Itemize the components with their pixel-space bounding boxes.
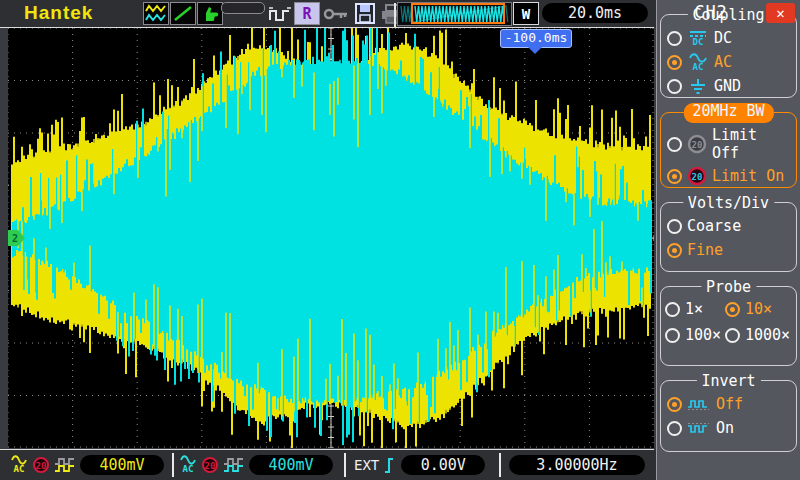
svg-text:20: 20 — [692, 172, 703, 182]
menu-title: CH2 — [656, 2, 766, 22]
option-coarse[interactable]: Coarse — [667, 216, 792, 236]
svg-text:20: 20 — [205, 461, 216, 471]
option-fine[interactable]: Fine — [667, 240, 792, 260]
radio-icon — [665, 302, 680, 317]
brand-logo: Hantek — [24, 2, 93, 24]
option-label: AC — [714, 53, 732, 71]
close-icon: ✕ — [776, 5, 784, 21]
dual-wave-icon — [145, 4, 167, 23]
pulse-mode-button[interactable] — [267, 2, 293, 25]
option-ac[interactable]: ACAC — [667, 52, 792, 72]
ch2-scale-readout: 400mV — [249, 455, 333, 475]
frequency-counter-readout: 3.00000Hz — [509, 455, 645, 475]
wave-inverted-icon — [687, 422, 711, 435]
ch2-trace — [13, 28, 651, 445]
option-label: Fine — [687, 241, 723, 259]
radio-icon — [667, 243, 682, 258]
preview-waveform-icon — [398, 3, 511, 25]
radio-icon — [667, 421, 682, 436]
waveform-screen: 2 -100.0ms — [8, 28, 654, 448]
svg-text:AC: AC — [693, 62, 704, 72]
radio-icon — [667, 55, 682, 70]
section-title: 20MHz BW — [683, 103, 773, 123]
ch1-bw-limit-icon: 20 — [32, 456, 50, 474]
option-10-[interactable]: 10× — [725, 299, 794, 319]
toolbar-divider — [394, 3, 396, 27]
section-volts-div: Volts/DivCoarseFine — [660, 202, 797, 272]
bw20-red-icon: 20 — [687, 166, 707, 186]
radio-icon — [667, 169, 682, 184]
option-off[interactable]: Off — [667, 394, 792, 414]
ch2-status-group: AC 20 400mV — [179, 453, 333, 477]
section-title: Volts/Div — [683, 194, 774, 212]
ch2-ac-coupling-icon: AC — [179, 455, 197, 475]
ch2-bw-limit-icon: 20 — [201, 456, 219, 474]
option-label: DC — [714, 29, 732, 47]
trigger-position-pointer-icon — [528, 47, 542, 54]
pulse-icon — [268, 4, 292, 24]
trigger-level-readout: 0.00V — [401, 455, 485, 475]
svg-text:20: 20 — [36, 461, 47, 471]
option-1-[interactable]: 1× — [665, 299, 725, 319]
option-limit-on[interactable]: 20Limit On — [667, 166, 792, 186]
option-label: 100× — [685, 326, 721, 344]
channels-display-icon[interactable] — [143, 2, 169, 25]
measure-line-icon[interactable] — [170, 2, 196, 25]
option-label: On — [716, 419, 734, 437]
hand-icon — [199, 4, 221, 23]
bw20-gray-icon: 20 — [687, 134, 707, 154]
radio-icon — [665, 328, 680, 343]
option-100-[interactable]: 100× — [665, 325, 725, 345]
option-1000-[interactable]: 1000× — [725, 325, 794, 345]
status-bar: AC 20 400mV AC 20 400mV EXT — [0, 450, 656, 480]
ch1-ac-coupling-icon: AC — [10, 455, 28, 475]
option-on[interactable]: On — [667, 418, 792, 438]
radio-icon — [667, 137, 682, 152]
ch1-probe-wave-icon — [54, 456, 76, 474]
section-20mhz-bw: 20MHz BW20Limit Off20Limit On — [660, 112, 797, 188]
option-limit-off[interactable]: 20Limit Off — [667, 126, 792, 162]
oscilloscope-ui: { "brand": {"logo": "Hantek"}, "top_bar"… — [0, 0, 800, 480]
trigger-position-label[interactable]: -100.0ms — [500, 29, 572, 48]
svg-text:20: 20 — [692, 140, 703, 150]
wave-normal-icon — [687, 398, 711, 411]
section-title: Probe — [701, 278, 756, 296]
gnd-coupling-icon — [687, 78, 709, 95]
radio-icon — [725, 302, 740, 317]
trigger-source-preview[interactable] — [397, 2, 512, 26]
option-label: Coarse — [687, 217, 741, 235]
key-icon — [323, 5, 347, 23]
hand-cursor-icon[interactable] — [197, 2, 223, 25]
status-divider — [172, 453, 174, 477]
svg-text:AC: AC — [183, 464, 194, 474]
section-title: Invert — [696, 372, 760, 390]
window-letter: W — [522, 6, 530, 22]
option-label: Limit On — [712, 167, 784, 185]
close-menu-button[interactable]: ✕ — [766, 3, 795, 23]
option-dc[interactable]: DCDC — [667, 28, 792, 48]
ch2-marker-label: 2 — [12, 233, 18, 244]
record-letter: R — [302, 5, 311, 23]
trigger-status-group: EXT 0.00V — [354, 453, 485, 477]
diagonal-line-icon — [172, 4, 194, 23]
empty-display-field — [221, 2, 265, 14]
keylock-button[interactable] — [322, 2, 348, 25]
option-gnd[interactable]: GND — [667, 76, 792, 96]
svg-text:AC: AC — [14, 464, 25, 474]
ch2-probe-wave-icon — [223, 456, 245, 474]
floppy-save-icon — [355, 3, 375, 24]
section-coupling: CouplingDCDCACACGND — [660, 14, 797, 98]
save-button[interactable] — [352, 2, 378, 25]
radio-icon — [667, 31, 682, 46]
radio-icon — [667, 219, 682, 234]
radio-icon — [667, 79, 682, 94]
section-probe: Probe1×10×100×1000× — [660, 286, 797, 366]
option-label: GND — [714, 77, 741, 95]
ch1-scale-readout: 400mV — [80, 455, 164, 475]
radio-icon — [725, 328, 740, 343]
option-label: Off — [716, 395, 743, 413]
window-mode-button[interactable]: W — [513, 2, 539, 25]
option-label: 10× — [745, 300, 772, 318]
svg-text:DC: DC — [693, 37, 704, 47]
record-button[interactable]: R — [294, 2, 320, 25]
